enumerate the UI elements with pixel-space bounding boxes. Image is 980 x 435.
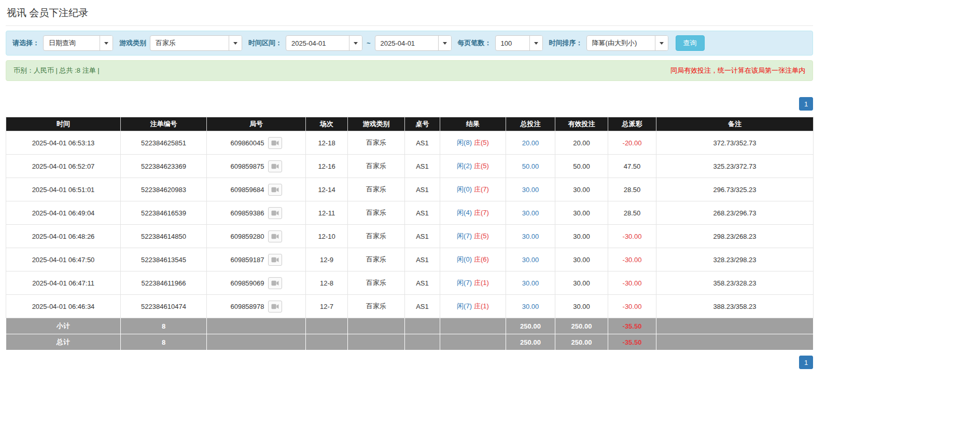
round-number: 609859684: [230, 186, 264, 194]
valid-bet-cell: 30.00: [555, 201, 608, 225]
total-bet-link[interactable]: 30.00: [522, 209, 539, 217]
session-cell: 12-8: [306, 271, 348, 295]
player-result: 闲(7): [457, 279, 472, 287]
video-icon-button[interactable]: [268, 254, 282, 266]
per-page-dropdown[interactable]: 100: [495, 35, 543, 51]
video-camera-icon: [271, 280, 279, 286]
summary-notice: 同局有效投注，统一计算在该局第一张注单内: [670, 66, 805, 75]
date-from-dropdown[interactable]: 2025-04-01: [286, 35, 362, 51]
table-row: 2025-04-01 06:47:11 522384611966 6098590…: [6, 271, 814, 295]
subtotal-row: 小计 8 250.00 250.00 -35.50: [6, 318, 814, 334]
time-cell: 2025-04-01 06:49:04: [6, 201, 121, 225]
round-number: 609859875: [230, 162, 264, 170]
result-cell: 闲(7)庄(1): [440, 271, 506, 295]
query-type-dropdown[interactable]: 日期查询: [43, 35, 113, 51]
game-type-label: 游戏类别: [119, 38, 146, 48]
round-number: 609859386: [230, 209, 264, 217]
valid-bet-cell: 50.00: [555, 155, 608, 178]
total-bet-link[interactable]: 30.00: [522, 256, 539, 264]
time-cell: 2025-04-01 06:51:01: [6, 178, 121, 201]
empty-cell: [306, 334, 348, 350]
pagination-page-1[interactable]: 1: [799, 97, 813, 111]
result-cell: 闲(0)庄(6): [440, 248, 506, 271]
video-icon-button[interactable]: [268, 184, 282, 196]
table-body: 2025-04-01 06:53:13 522384625851 6098600…: [6, 131, 814, 318]
banker-result: 庄(5): [474, 232, 489, 240]
game-type-value: 百家乐: [150, 38, 229, 48]
grand-total-count: 8: [121, 334, 207, 350]
result-cell: 闲(7)庄(5): [440, 225, 506, 248]
note-cell: 358.23/328.23: [656, 271, 814, 295]
chevron-down-icon[interactable]: [529, 36, 542, 50]
valid-bet-cell: 20.00: [555, 131, 608, 155]
header-round: 局号: [207, 117, 306, 131]
video-icon-button[interactable]: [268, 277, 282, 289]
note-cell: 268.23/296.73: [656, 201, 814, 225]
total-bet-link[interactable]: 20.00: [522, 139, 539, 147]
table-no-cell: AS1: [405, 248, 440, 271]
time-range-label: 时间区间：: [248, 38, 282, 48]
table-header-row: 时间 注单编号 局号 场次 游戏类别 桌号 结果 总投注 有效投注 总派彩 备注: [6, 117, 814, 131]
payout-value: 47.50: [624, 162, 641, 170]
table-row: 2025-04-01 06:47:50 522384613545 6098591…: [6, 248, 814, 271]
game-type-cell: 百家乐: [348, 248, 405, 271]
payout-value: -30.00: [623, 303, 642, 310]
chevron-down-icon[interactable]: [349, 36, 362, 50]
range-separator: ~: [367, 39, 371, 47]
video-icon-button[interactable]: [268, 137, 282, 149]
grand-total-label: 总计: [6, 334, 121, 350]
video-icon-button[interactable]: [268, 230, 282, 242]
session-cell: 12-7: [306, 295, 348, 318]
payout-cell: 28.50: [608, 178, 656, 201]
header-payout: 总派彩: [608, 117, 656, 131]
banker-result: 庄(1): [474, 279, 489, 287]
game-type-cell: 百家乐: [348, 201, 405, 225]
grand-total-total-bet: 250.00: [506, 334, 555, 350]
chevron-down-icon[interactable]: [229, 36, 242, 50]
subtotal-total-bet: 250.00: [506, 318, 555, 334]
payout-cell: 47.50: [608, 155, 656, 178]
valid-bet-cell: 30.00: [555, 271, 608, 295]
total-bet-link[interactable]: 30.00: [522, 233, 539, 240]
subtotal-count: 8: [121, 318, 207, 334]
empty-cell: [656, 334, 814, 350]
table-no-cell: AS1: [405, 155, 440, 178]
round-cell: 609859684: [207, 178, 306, 201]
header-valid-bet: 有效投注: [555, 117, 608, 131]
table-no-cell: AS1: [405, 201, 440, 225]
date-to-value: 2025-04-01: [375, 39, 438, 47]
empty-cell: [306, 318, 348, 334]
video-icon-button[interactable]: [268, 160, 282, 172]
empty-cell: [405, 334, 440, 350]
video-icon-button[interactable]: [268, 207, 282, 219]
round-number: 609860045: [230, 139, 264, 147]
search-button[interactable]: 查询: [676, 35, 705, 51]
chevron-down-icon[interactable]: [100, 36, 113, 50]
time-cell: 2025-04-01 06:46:34: [6, 295, 121, 318]
sort-dropdown[interactable]: 降冪(由大到小): [586, 35, 668, 51]
payout-value: 28.50: [624, 209, 641, 217]
game-type-cell: 百家乐: [348, 225, 405, 248]
chevron-down-icon[interactable]: [438, 36, 451, 50]
date-to-dropdown[interactable]: 2025-04-01: [375, 35, 452, 51]
game-type-dropdown[interactable]: 百家乐: [150, 35, 242, 51]
table-no-cell: AS1: [405, 271, 440, 295]
chevron-down-icon[interactable]: [655, 36, 668, 50]
result-cell: 闲(4)庄(7): [440, 201, 506, 225]
per-page-value: 100: [496, 39, 529, 47]
total-bet-link[interactable]: 30.00: [522, 279, 539, 287]
subtotal-label: 小计: [6, 318, 121, 334]
total-bet-link[interactable]: 30.00: [522, 303, 539, 310]
pagination-page-1[interactable]: 1: [799, 356, 813, 369]
table-row: 2025-04-01 06:51:01 522384620983 6098596…: [6, 178, 814, 201]
player-result: 闲(8): [457, 139, 472, 146]
total-bet-link[interactable]: 50.00: [522, 162, 539, 170]
empty-cell: [348, 334, 405, 350]
grand-total-row: 总计 8 250.00 250.00 -35.50: [6, 334, 814, 350]
valid-bet-cell: 30.00: [555, 295, 608, 318]
session-cell: 12-10: [306, 225, 348, 248]
video-icon-button[interactable]: [268, 301, 282, 312]
round-cell: 609859280: [207, 225, 306, 248]
game-type-cell: 百家乐: [348, 131, 405, 155]
total-bet-link[interactable]: 30.00: [522, 186, 539, 194]
